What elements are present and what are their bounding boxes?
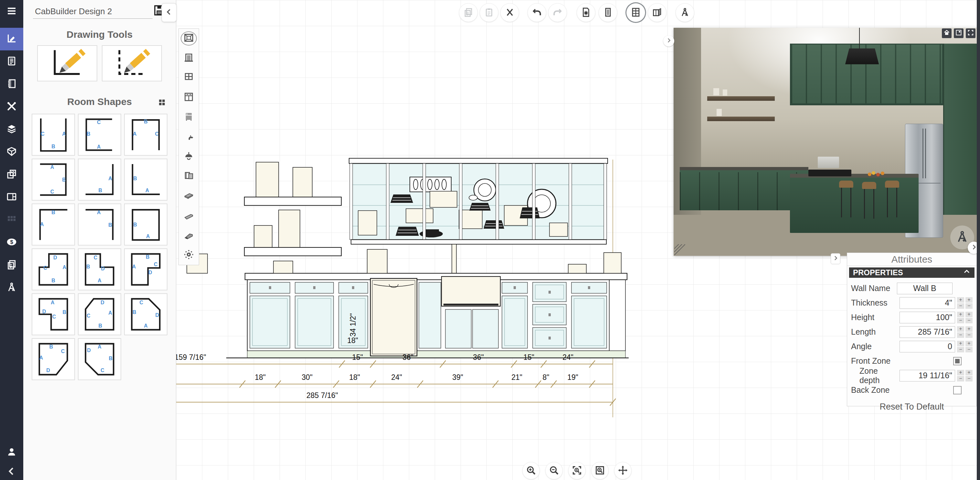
draw-wall-tool[interactable] [37, 45, 97, 81]
redo-button[interactable] [548, 3, 567, 22]
drawing-settings-button[interactable] [577, 3, 595, 22]
thickness-increment-button[interactable] [957, 297, 964, 303]
measure-button[interactable] [676, 3, 694, 22]
shape-grid-toggle[interactable] [157, 98, 167, 109]
room-shape-l-notch-right[interactable]: CBDA [78, 249, 121, 290]
angle-decrement-small-button[interactable] [966, 347, 972, 352]
paste-button[interactable] [480, 3, 498, 22]
viewer-home-button[interactable] [942, 29, 951, 38]
zone-depth-input[interactable] [899, 370, 955, 382]
sidebar-item-assembly[interactable] [0, 141, 23, 163]
zone-depth-decrement-button[interactable] [957, 376, 964, 382]
zone-depth-increment-small-button[interactable] [966, 370, 972, 375]
attributes-collapse-button[interactable] [830, 253, 840, 264]
thickness-input[interactable] [899, 297, 955, 309]
length-decrement-button[interactable] [957, 333, 964, 338]
palette-panels[interactable] [181, 169, 197, 184]
door-view-button[interactable] [598, 3, 617, 22]
sidebar-item-notebook[interactable] [0, 73, 23, 96]
room-shape-corner-top-left[interactable]: BA [32, 203, 75, 246]
menu-button[interactable] [0, 0, 23, 23]
wall-elevation-drawing[interactable]: 34 1/2" 18" 159 7/16" 15" 36" 36" 15" 24… [176, 139, 628, 423]
palette-room-view[interactable] [181, 31, 197, 46]
front-zone-checkbox[interactable] [953, 357, 962, 365]
room-shape-l-notch-top-left[interactable]: DCAB [32, 249, 75, 290]
sidebar-item-reports[interactable] [0, 254, 23, 277]
angle-increment-button[interactable] [957, 341, 964, 346]
dishwasher[interactable] [371, 279, 417, 356]
upper-cabinets[interactable] [349, 158, 608, 244]
sidebar-item-materials[interactable] [0, 163, 23, 186]
palette-cabinet[interactable] [181, 90, 197, 105]
room-shape-clipped-bottom-right[interactable]: BCAD [32, 338, 75, 380]
panel-collapse-button[interactable] [162, 3, 177, 22]
angle-increment-small-button[interactable] [966, 341, 972, 346]
palette-trim[interactable] [181, 209, 197, 223]
palette-shelf[interactable] [181, 189, 197, 203]
zone-depth-decrement-small-button[interactable] [966, 376, 972, 382]
zone-depth-increment-button[interactable] [957, 370, 964, 375]
palette-light[interactable] [181, 150, 197, 164]
sidebar-item-grid[interactable] [0, 209, 23, 231]
zoom-region-button[interactable] [591, 462, 609, 479]
room-shape-open-left[interactable]: ABC [32, 158, 75, 201]
cabinet-view-button[interactable] [648, 3, 667, 22]
wall-grid-view-button[interactable] [627, 3, 645, 22]
height-decrement-button[interactable] [957, 318, 964, 323]
viewer-resize-grip[interactable] [674, 244, 685, 255]
thickness-decrement-button[interactable] [957, 303, 964, 309]
zoom-in-button[interactable] [522, 462, 540, 479]
height-increment-small-button[interactable] [966, 312, 972, 317]
sidebar-item-draw[interactable] [0, 28, 23, 51]
viewer-pip-button[interactable] [954, 29, 964, 38]
wall-name-input[interactable] [897, 283, 953, 294]
properties-section-header[interactable]: PROPERTIES [849, 268, 975, 278]
angle-input[interactable] [899, 341, 955, 352]
sidebar-collapse-button[interactable] [0, 466, 23, 478]
faucet[interactable] [452, 244, 457, 274]
thickness-increment-small-button[interactable] [966, 297, 972, 303]
room-shape-open-right[interactable]: CBA [78, 114, 121, 156]
height-increment-button[interactable] [957, 312, 964, 317]
room-shape-clipped-top-right[interactable]: CBDA [124, 293, 167, 335]
pan-button[interactable] [614, 462, 632, 479]
viewer-fullscreen-button[interactable] [966, 29, 975, 38]
draw-dashed-wall-tool[interactable] [102, 45, 162, 81]
reset-to-default-button[interactable]: Reset To Default [847, 402, 977, 412]
user-account-button[interactable] [0, 447, 23, 459]
palette-settings[interactable] [181, 248, 197, 262]
palette-door[interactable] [181, 51, 197, 65]
length-decrement-small-button[interactable] [966, 333, 972, 338]
room-shape-open-top[interactable]: CAB [32, 114, 75, 156]
back-zone-checkbox[interactable] [953, 386, 962, 394]
palette-counter-edge[interactable] [181, 228, 197, 242]
angle-decrement-button[interactable] [957, 347, 964, 352]
zoom-fit-button[interactable] [568, 462, 585, 479]
room-shape-corner-top-right[interactable]: AB [78, 203, 121, 246]
render-3d-view[interactable] [674, 28, 980, 256]
room-shape-l-notch-left[interactable]: ADBC [32, 293, 75, 335]
room-shape-open-bottom[interactable]: BAC [124, 114, 167, 156]
sidebar-item-display[interactable] [0, 186, 23, 209]
room-shape-corner-bottom-right[interactable]: AB [78, 158, 121, 201]
room-shape-clipped-top-left[interactable]: DACB [78, 293, 121, 335]
sidebar-item-pricing[interactable]: $ [0, 231, 23, 254]
room-shape-l-notch-bottom-right[interactable]: BACD [124, 249, 167, 290]
length-input[interactable] [899, 326, 955, 338]
length-increment-button[interactable] [957, 326, 964, 332]
undo-button[interactable] [528, 3, 546, 22]
thickness-decrement-small-button[interactable] [966, 303, 972, 309]
copy-button[interactable] [459, 3, 478, 22]
palette-appliance[interactable] [181, 110, 197, 124]
sidebar-item-tools[interactable] [0, 96, 23, 118]
height-input[interactable] [899, 312, 955, 323]
viewer-expand-button[interactable] [663, 35, 674, 46]
countertop[interactable] [245, 273, 627, 280]
sidebar-item-documents[interactable] [0, 51, 23, 73]
apron-sink[interactable] [442, 277, 500, 306]
height-decrement-small-button[interactable] [966, 318, 972, 323]
room-shape-closed-room[interactable]: BA [124, 203, 167, 246]
room-shape-clipped-bottom-left[interactable]: ADBC [78, 338, 121, 380]
design-name-input[interactable] [33, 5, 153, 19]
room-shape-corner-bottom-left[interactable]: BA [124, 158, 167, 201]
